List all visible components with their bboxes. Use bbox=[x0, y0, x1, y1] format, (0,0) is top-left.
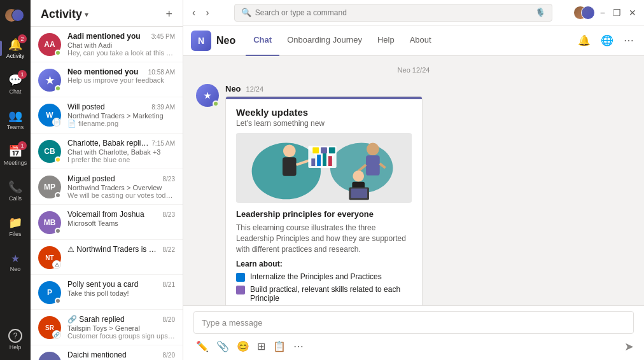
meetings-badge: 1 bbox=[18, 141, 27, 150]
item-sub: Northwind Traders > Overview bbox=[67, 184, 175, 191]
add-activity-button[interactable]: + bbox=[165, 8, 172, 21]
list-item[interactable]: W 📄 Will posted 8:39 AM Northwind Trader… bbox=[31, 97, 183, 134]
search-input[interactable] bbox=[255, 8, 531, 17]
rail-item-meetings[interactable]: 1 📅 Meetings bbox=[0, 137, 31, 173]
message-block: ★ Neo 12/24 Weekly updates Let's learn s… bbox=[196, 84, 631, 305]
item-content: Aadi mentioned you 3:45 PM Chat with Aad… bbox=[67, 32, 175, 57]
message-date: 12/24 bbox=[246, 85, 264, 93]
left-rail: 2 🔔 Activity 1 💬 Chat 👥 Teams 1 📅 Meetin… bbox=[0, 0, 31, 360]
rail-profile[interactable] bbox=[0, 0, 31, 31]
forward-button[interactable]: › bbox=[202, 4, 213, 21]
item-sub: Chat with Charlotte, Babak +3 bbox=[67, 148, 175, 156]
item-time: 7:15 AM bbox=[151, 140, 175, 147]
avatar-wrap: NT ⚠ bbox=[38, 246, 61, 269]
tab-chat[interactable]: Chat bbox=[246, 25, 279, 56]
rail-item-teams[interactable]: 👥 Teams bbox=[0, 102, 31, 137]
restore-button[interactable]: ❐ bbox=[610, 5, 624, 20]
item-sub: Northwind Traders > Marketing bbox=[67, 112, 175, 120]
channel-name: Neo bbox=[216, 35, 235, 46]
rail-item-chat[interactable]: 1 💬 Chat bbox=[0, 66, 31, 102]
avatar-wrap: P bbox=[38, 281, 61, 304]
item-sub: Tailspin Toys > General bbox=[67, 324, 175, 332]
format-button[interactable]: ✏️ bbox=[193, 338, 211, 355]
status-badge bbox=[55, 298, 61, 304]
clipboard-button[interactable]: 📋 bbox=[270, 338, 288, 355]
item-top-row: Voicemail from Joshua 8/23 bbox=[67, 210, 175, 219]
item-preview: 📄 filename.png bbox=[67, 120, 175, 128]
svg-rect-7 bbox=[311, 158, 315, 166]
item-name: 🔗 Sarah replied bbox=[67, 315, 125, 324]
learn-label: Learn about: bbox=[236, 260, 412, 268]
list-item[interactable]: P Polly sent you a card 8/21 Take this p… bbox=[31, 275, 183, 310]
tab-about[interactable]: About bbox=[402, 25, 439, 56]
more-options-button[interactable]: ⋯ bbox=[621, 32, 636, 49]
list-item[interactable]: NT ⚠ ⚠ Northwind Traders is expiring soo… bbox=[31, 240, 183, 275]
rail-item-calls[interactable]: 📞 Calls bbox=[0, 173, 31, 209]
message-input-box[interactable]: Type a message bbox=[193, 311, 634, 334]
item-top-row: Polly sent you a card 8/21 bbox=[67, 280, 175, 289]
svg-rect-4 bbox=[283, 157, 297, 176]
item-content: 🔗 Sarah replied 8/20 Tailspin Toys > Gen… bbox=[67, 315, 175, 340]
list-item[interactable]: MP Miguel posted 8/23 Northwind Traders … bbox=[31, 169, 183, 205]
chevron-down-icon[interactable]: ▾ bbox=[85, 10, 88, 19]
file-overlay-icon: 📄 bbox=[52, 118, 61, 127]
item-content: Polly sent you a card 8/21 Take this pol… bbox=[67, 280, 175, 297]
neo-card: Weekly updates Let's learn something new bbox=[225, 96, 423, 305]
neo-status-indicator bbox=[213, 100, 219, 107]
list-item[interactable]: CB Charlotte, Babak replied to you 7:15 … bbox=[31, 134, 183, 169]
send-button[interactable]: ➤ bbox=[624, 340, 634, 354]
close-button[interactable]: ✕ bbox=[626, 5, 639, 20]
item-name: Miguel posted bbox=[67, 174, 115, 183]
user-avatars[interactable] bbox=[573, 4, 595, 21]
globe-button[interactable]: 🌐 bbox=[598, 32, 616, 49]
item-top-row: Aadi mentioned you 3:45 PM bbox=[67, 32, 175, 41]
activity-title: Activity bbox=[41, 8, 82, 21]
rail-item-neo[interactable]: ★ Neo bbox=[0, 244, 31, 280]
item-name: ⚠ Northwind Traders is expiring soon! bbox=[67, 245, 157, 254]
item-time: 8/20 bbox=[163, 316, 175, 323]
avatar-wrap: W 📄 bbox=[38, 104, 61, 127]
status-badge bbox=[55, 228, 61, 234]
back-button[interactable]: ‹ bbox=[188, 4, 199, 21]
learn-item: Internalize the Principles and Practices bbox=[236, 272, 412, 282]
tab-onboarding[interactable]: Onboarding Journey bbox=[279, 25, 370, 56]
item-preview: I prefer the blue one bbox=[67, 156, 175, 163]
calls-icon: 📞 bbox=[8, 180, 22, 194]
svg-rect-13 bbox=[329, 147, 335, 153]
message-avatar: ★ bbox=[196, 84, 219, 107]
more-tools-button[interactable]: ⋯ bbox=[291, 338, 306, 355]
apps-button[interactable]: ⊞ bbox=[255, 338, 268, 355]
rail-item-files[interactable]: 📁 Files bbox=[0, 209, 31, 244]
item-time: 8/22 bbox=[163, 246, 175, 253]
attach-button[interactable]: 📎 bbox=[214, 338, 232, 355]
rail-item-activity[interactable]: 2 🔔 Activity bbox=[0, 31, 31, 66]
notification-button[interactable]: 🔔 bbox=[575, 32, 593, 49]
rail-bottom: ? Help bbox=[0, 322, 31, 360]
avatar: DM bbox=[38, 352, 61, 360]
item-preview: We will be casting our votes today, ever… bbox=[67, 191, 175, 199]
item-time: 10:58 AM bbox=[148, 69, 175, 76]
list-item[interactable]: MB Voicemail from Joshua 8/23 Microsoft … bbox=[31, 205, 183, 240]
list-item[interactable]: ★ Neo mentioned you 10:58 AM Help us imp… bbox=[31, 62, 183, 97]
item-top-row: Daichi mentioned 8/20 bbox=[67, 350, 175, 359]
emoji-button[interactable]: 😊 bbox=[234, 338, 252, 355]
chat-area: Neo 12/24 ★ Neo 12/24 Weekly updates Let… bbox=[183, 56, 644, 305]
list-item[interactable]: DM Daichi mentioned 8/20 Tailspin Toys T… bbox=[31, 345, 183, 360]
status-badge bbox=[55, 192, 61, 198]
svg-point-18 bbox=[353, 170, 364, 182]
activity-list: AA Aadi mentioned you 3:45 PM Chat with … bbox=[31, 27, 183, 360]
avatar-wrap: ★ bbox=[38, 69, 61, 92]
list-item[interactable]: AA Aadi mentioned you 3:45 PM Chat with … bbox=[31, 27, 183, 62]
bullet-purple-icon bbox=[236, 286, 245, 294]
item-sub: Microsoft Teams bbox=[67, 219, 175, 227]
svg-rect-11 bbox=[312, 147, 319, 153]
list-item[interactable]: SR 🔗 🔗 Sarah replied 8/20 Tailspin Toys … bbox=[31, 310, 183, 345]
tab-help[interactable]: Help bbox=[370, 25, 402, 56]
minimize-button[interactable]: − bbox=[598, 5, 608, 20]
date-label: Neo 12/24 bbox=[393, 66, 435, 74]
item-sub: Chat with Aadi bbox=[67, 41, 175, 49]
rail-item-help[interactable]: ? Help bbox=[0, 322, 31, 357]
card-content: Weekly updates Let's learn something new bbox=[226, 99, 422, 305]
svg-rect-12 bbox=[321, 147, 327, 153]
message-input-area: Type a message ✏️ 📎 😊 ⊞ 📋 ⋯ ➤ bbox=[183, 305, 644, 360]
